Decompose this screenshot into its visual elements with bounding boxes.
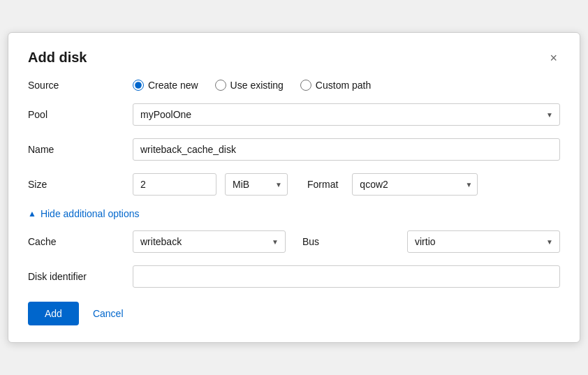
custom-path-option[interactable]: Custom path (300, 80, 371, 91)
cache-col: Cache writeback none writethrough direct… (28, 230, 286, 253)
chevron-up-icon: ▲ (28, 209, 36, 219)
bus-label: Bus (302, 236, 407, 247)
size-unit-wrapper: MiB GiB TiB (225, 173, 288, 196)
cancel-button[interactable]: Cancel (90, 302, 126, 325)
pool-label: Pool (28, 109, 133, 120)
pool-select-wrapper: myPoolOne myPoolTwo (133, 103, 560, 126)
additional-options-section: Cache writeback none writethrough direct… (28, 230, 560, 288)
disk-identifier-input[interactable] (133, 265, 560, 288)
source-radio-group: Create new Use existing Custom path (133, 80, 560, 91)
disk-identifier-row: Disk identifier (28, 265, 560, 288)
cache-label: Cache (28, 236, 133, 247)
name-input[interactable] (133, 138, 560, 161)
dialog-title: Add disk (28, 50, 87, 66)
close-button[interactable]: × (547, 50, 560, 66)
disk-identifier-control (133, 265, 560, 288)
cache-select[interactable]: writeback none writethrough directsync u… (133, 230, 286, 253)
cache-control: writeback none writethrough directsync u… (133, 230, 286, 253)
add-disk-dialog: Add disk × Source Create new Use existin… (8, 32, 580, 343)
cache-bus-row: Cache writeback none writethrough direct… (28, 230, 560, 253)
source-row: Source Create new Use existing Custom pa… (28, 80, 560, 91)
toggle-label: Hide additional options (41, 208, 140, 219)
disk-identifier-label: Disk identifier (28, 271, 133, 282)
custom-path-label: Custom path (316, 80, 371, 91)
bus-select[interactable]: virtio ide scsi usb (407, 230, 560, 253)
name-control (133, 138, 560, 161)
dialog-header: Add disk × (28, 50, 560, 66)
bus-col: Bus virtio ide scsi usb (302, 230, 560, 253)
size-label: Size (28, 179, 133, 190)
size-input[interactable] (133, 173, 216, 196)
name-row: Name (28, 138, 560, 161)
format-select[interactable]: qcow2 raw vmdk (352, 173, 478, 196)
toggle-additional-options-button[interactable]: ▲ Hide additional options (28, 208, 140, 219)
name-label: Name (28, 144, 133, 155)
format-label: Format (307, 179, 338, 190)
pool-row: Pool myPoolOne myPoolTwo (28, 103, 560, 126)
bus-select-wrapper: virtio ide scsi usb (407, 230, 560, 253)
pool-select[interactable]: myPoolOne myPoolTwo (133, 103, 560, 126)
format-wrapper: qcow2 raw vmdk (352, 173, 478, 196)
use-existing-radio[interactable] (215, 80, 226, 91)
bus-control: virtio ide scsi usb (407, 230, 560, 253)
use-existing-label: Use existing (230, 80, 284, 91)
source-label: Source (28, 80, 133, 91)
create-new-radio[interactable] (133, 80, 144, 91)
size-unit-select[interactable]: MiB GiB TiB (225, 173, 288, 196)
custom-path-radio[interactable] (300, 80, 311, 91)
pool-control: myPoolOne myPoolTwo (133, 103, 560, 126)
size-row: Size MiB GiB TiB Format qcow2 raw vmdk (28, 173, 560, 196)
create-new-option[interactable]: Create new (133, 80, 198, 91)
cache-select-wrapper: writeback none writethrough directsync u… (133, 230, 286, 253)
create-new-label: Create new (148, 80, 198, 91)
size-row-inner: MiB GiB TiB Format qcow2 raw vmdk (133, 173, 560, 196)
size-control: MiB GiB TiB Format qcow2 raw vmdk (133, 173, 560, 196)
use-existing-option[interactable]: Use existing (215, 80, 284, 91)
add-button[interactable]: Add (28, 302, 79, 325)
button-row: Add Cancel (28, 302, 560, 325)
